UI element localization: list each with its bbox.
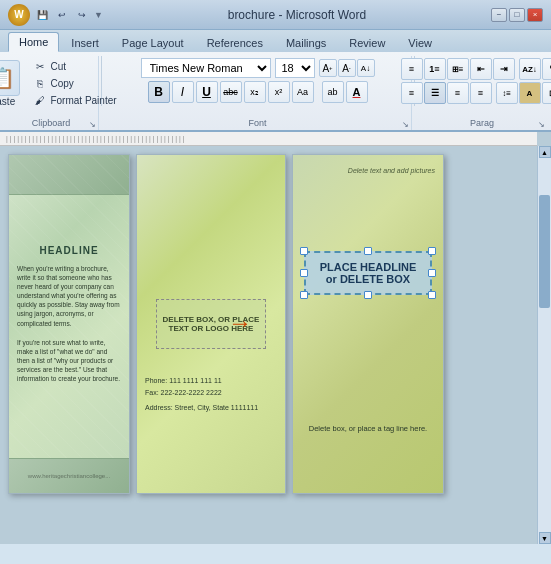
handle-br[interactable]	[428, 291, 436, 299]
document-area: | | | | | | | | | | | | | | | | | | | | …	[0, 132, 551, 544]
scroll-track	[538, 158, 551, 532]
strikethrough-button[interactable]: abc	[220, 81, 242, 103]
font-expand-icon[interactable]: ↘	[402, 120, 409, 129]
superscript-button[interactable]: x²	[268, 81, 290, 103]
tab-mailings[interactable]: Mailings	[275, 33, 337, 52]
window-controls: − □ ×	[491, 8, 543, 22]
copy-icon: ⎘	[33, 76, 47, 90]
paste-icon: 📋	[0, 60, 20, 96]
paragraph-group-label: Parag	[470, 118, 494, 128]
arrow-container: →	[228, 311, 252, 335]
font-size-select[interactable]: 18	[275, 58, 315, 78]
contact-info: Phone: 111 1111 111 11 Fax: 222-222-2222…	[145, 375, 277, 413]
italic-button[interactable]: I	[172, 81, 194, 103]
ruler-marks: | | | | | | | | | | | | | | | | | | | | …	[6, 135, 185, 142]
handle-tr[interactable]	[428, 247, 436, 255]
show-formatting-button[interactable]: ¶	[542, 58, 552, 80]
close-button[interactable]: ×	[527, 8, 543, 22]
handle-bc[interactable]	[364, 291, 372, 299]
maximize-button[interactable]: □	[509, 8, 525, 22]
clipboard-group-label: Clipboard	[32, 118, 71, 128]
shading-button[interactable]: A	[519, 82, 541, 104]
phone-text[interactable]: Phone: 111 1111 111 11	[145, 375, 277, 386]
align-left-button[interactable]: ≡	[401, 82, 423, 104]
left-panel-top-decoration	[9, 155, 129, 195]
arrow-icon: →	[228, 309, 252, 336]
paragraph-row-2: ≡ ☰ ≡ ≡ ↕≡ A ⊡	[401, 82, 552, 104]
decrease-font-size-button[interactable]: A-	[338, 59, 356, 77]
panels-container: HEADLINE When you're writing a brochure,…	[0, 146, 551, 544]
numbering-button[interactable]: 1≡	[424, 58, 446, 80]
clear-formatting-button[interactable]: A↓	[357, 59, 375, 77]
handle-tl[interactable]	[300, 247, 308, 255]
scroll-thumb[interactable]	[539, 195, 550, 307]
highlight-button[interactable]: ab	[322, 81, 344, 103]
tab-page-layout[interactable]: Page Layout	[111, 33, 195, 52]
tab-home[interactable]: Home	[8, 32, 59, 52]
minimize-button[interactable]: −	[491, 8, 507, 22]
tab-review[interactable]: Review	[338, 33, 396, 52]
qa-dropdown[interactable]: ▼	[94, 10, 103, 20]
font-group-label: Font	[248, 118, 266, 128]
headline-box-wrapper[interactable]: PLACE HEADLINE or DELETE BOX	[304, 251, 432, 295]
cut-label: Cut	[50, 61, 66, 72]
scissors-icon: ✂	[33, 59, 47, 73]
handle-tc[interactable]	[364, 247, 372, 255]
handle-ml[interactable]	[300, 269, 308, 277]
font-name-select[interactable]: Times New Roman	[141, 58, 271, 78]
line-spacing-button[interactable]: ↕≡	[496, 82, 518, 104]
border-button[interactable]: ⊡	[542, 82, 552, 104]
scroll-down-button[interactable]: ▼	[539, 532, 551, 544]
left-panel-body-2[interactable]: If you're not sure what to write, make a…	[9, 336, 129, 385]
right-top-instruction[interactable]: Delete text and add pictures	[348, 167, 435, 174]
tab-insert[interactable]: Insert	[60, 33, 110, 52]
handle-bl[interactable]	[300, 291, 308, 299]
increase-font-size-button[interactable]: A+	[319, 59, 337, 77]
handle-mr[interactable]	[428, 269, 436, 277]
scroll-up-button[interactable]: ▲	[539, 146, 551, 158]
paste-button[interactable]: 📋 Paste	[0, 58, 22, 109]
paste-label: Paste	[0, 96, 15, 107]
headline-box-text: PLACE HEADLINE or DELETE BOX	[320, 261, 417, 285]
fax-text[interactable]: Fax: 222-222-2222 2222	[145, 387, 277, 398]
format-painter-icon: 🖌	[33, 93, 47, 107]
title-bar: W 💾 ↩ ↪ ▼ brochure - Microsoft Word − □ …	[0, 0, 551, 30]
justify-button[interactable]: ≡	[470, 82, 492, 104]
right-panel: Delete text and add pictures PLACE HEADL…	[292, 154, 444, 494]
undo-button[interactable]: ↩	[54, 7, 70, 23]
change-case-button[interactable]: Aa	[292, 81, 314, 103]
underline-button[interactable]: U	[196, 81, 218, 103]
bold-button[interactable]: B	[148, 81, 170, 103]
redo-button[interactable]: ↪	[74, 7, 90, 23]
align-right-button[interactable]: ≡	[447, 82, 469, 104]
tab-view[interactable]: View	[397, 33, 443, 52]
sort-button[interactable]: AZ↓	[519, 58, 541, 80]
decrease-indent-button[interactable]: ⇤	[470, 58, 492, 80]
scrollbar-vertical[interactable]: ▲ ▼	[537, 146, 551, 544]
clipboard-expand-icon[interactable]: ↘	[89, 120, 96, 129]
address-text[interactable]: Address: Street, City, State 1111111	[145, 402, 277, 413]
ruler: | | | | | | | | | | | | | | | | | | | | …	[0, 132, 537, 146]
font-color-button[interactable]: A	[346, 81, 368, 103]
paragraph-group: ≡ 1≡ ⊞≡ ⇤ ⇥ AZ↓ ¶ ≡ ☰ ≡ ≡ ↕≡ A ⊡ Parag ↘	[417, 56, 547, 130]
tab-references[interactable]: References	[196, 33, 274, 52]
tag-line-box[interactable]: Delete box, or place a tag line here.	[303, 421, 433, 433]
multilevel-list-button[interactable]: ⊞≡	[447, 58, 469, 80]
copy-label: Copy	[50, 78, 73, 89]
office-button[interactable]: W	[8, 4, 30, 26]
ribbon: 📋 Paste ✂ Cut ⎘ Copy 🖌 Format Painter Cl…	[0, 52, 551, 132]
subscript-button[interactable]: x₂	[244, 81, 266, 103]
para-spacer	[516, 58, 518, 80]
increase-indent-button[interactable]: ⇥	[493, 58, 515, 80]
save-button[interactable]: 💾	[34, 7, 50, 23]
align-center-button[interactable]: ☰	[424, 82, 446, 104]
headline-box[interactable]: PLACE HEADLINE or DELETE BOX	[304, 251, 432, 295]
left-panel-body-1[interactable]: When you're writing a brochure, write it…	[9, 262, 129, 330]
paragraph-expand-icon[interactable]: ↘	[538, 120, 545, 129]
bullets-button[interactable]: ≡	[401, 58, 423, 80]
ribbon-tabs: Home Insert Page Layout References Maili…	[0, 30, 551, 52]
left-panel-bottom: www.heritagechristiancollege...	[9, 458, 129, 493]
paragraph-row-1: ≡ 1≡ ⊞≡ ⇤ ⇥ AZ↓ ¶	[401, 58, 552, 80]
middle-panel: DELETE BOX, OR PLACE TEXT OR LOGO HERE P…	[136, 154, 286, 494]
watermark-text: www.heritagechristiancollege...	[28, 473, 110, 479]
